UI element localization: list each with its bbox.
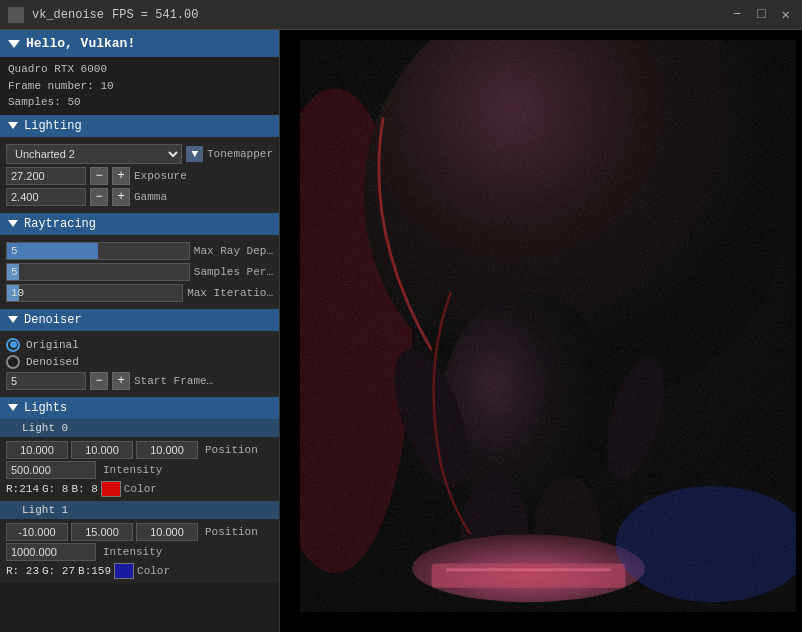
light0-intensity-row: Intensity xyxy=(6,461,273,479)
tonemapper-arrow[interactable]: ▼ xyxy=(186,146,203,162)
samples-per-label: Samples Per… xyxy=(194,266,273,278)
light0-color-chip[interactable] xyxy=(101,481,121,497)
info-section: Quadro RTX 6000 Frame number: 10 Samples… xyxy=(0,57,279,115)
samples-info: Samples: 50 xyxy=(8,94,271,111)
start-frame-label: Start Frame… xyxy=(134,375,213,387)
denoised-radio-row[interactable]: Denoised xyxy=(6,355,273,369)
light1-pos-y[interactable] xyxy=(71,523,133,541)
light1-intensity-label: Intensity xyxy=(103,546,162,558)
tonemapper-label: Tonemapper xyxy=(207,148,273,160)
svg-rect-12 xyxy=(306,40,791,612)
light0-header[interactable]: Light 0 xyxy=(0,419,279,437)
lights-title: Lights xyxy=(24,401,67,415)
exposure-row: − + Exposure xyxy=(6,167,273,185)
max-ray-depth-slider[interactable]: 5 xyxy=(6,242,190,260)
light0-pos-y[interactable] xyxy=(71,441,133,459)
light0-color-label: Color xyxy=(124,483,157,495)
light1-intensity-row: Intensity xyxy=(6,543,273,561)
hello-header[interactable]: Hello, Vulkan! xyxy=(0,30,279,57)
light1-header[interactable]: Light 1 xyxy=(0,501,279,519)
light1-title: Light 1 xyxy=(22,504,68,516)
raytracing-header[interactable]: Raytracing xyxy=(0,213,279,235)
start-frame-minus[interactable]: − xyxy=(90,372,108,390)
denoiser-title: Denoiser xyxy=(24,313,82,327)
left-panel: Hello, Vulkan! Quadro RTX 6000 Frame num… xyxy=(0,30,280,632)
lights-collapse-icon xyxy=(8,404,18,411)
max-ray-depth-value: 5 xyxy=(7,245,18,257)
samples-per-row: 5 Samples Per… xyxy=(6,263,273,281)
light0-color-r: R:214 xyxy=(6,483,39,495)
maximize-button[interactable]: □ xyxy=(753,6,769,23)
gamma-input[interactable] xyxy=(6,188,86,206)
title-bar-left: vk_denoise FPS = 541.00 xyxy=(8,7,198,23)
original-radio[interactable] xyxy=(6,338,20,352)
start-frame-row: − + Start Frame… xyxy=(6,372,273,390)
close-button[interactable]: ✕ xyxy=(778,6,794,23)
lights-header[interactable]: Lights xyxy=(0,397,279,419)
main-layout: Hello, Vulkan! Quadro RTX 6000 Frame num… xyxy=(0,30,802,632)
lighting-content: Uncharted 2 Filmic Linear ▼ Tonemapper −… xyxy=(0,137,279,213)
app-icon xyxy=(8,7,24,23)
denoiser-collapse-icon xyxy=(8,316,18,323)
light0-pos-z[interactable] xyxy=(136,441,198,459)
lighting-title: Lighting xyxy=(24,119,82,133)
light0-color-g: G: 8 xyxy=(42,483,68,495)
gamma-row: − + Gamma xyxy=(6,188,273,206)
original-label: Original xyxy=(26,339,79,351)
light0-pos-x[interactable] xyxy=(6,441,68,459)
gamma-minus[interactable]: − xyxy=(90,188,108,206)
viewport xyxy=(280,30,802,632)
start-frame-plus[interactable]: + xyxy=(112,372,130,390)
denoised-radio[interactable] xyxy=(6,355,20,369)
light1-pos-x[interactable] xyxy=(6,523,68,541)
light1-color-chip[interactable] xyxy=(114,563,134,579)
samples-per-value: 5 xyxy=(7,266,18,278)
max-ray-depth-label: Max Ray Dep… xyxy=(194,245,273,257)
tonemapper-select[interactable]: Uncharted 2 Filmic Linear xyxy=(6,144,182,164)
app-name: vk_denoise xyxy=(32,8,104,22)
start-frame-input[interactable] xyxy=(6,372,86,390)
light0-position-label: Position xyxy=(205,444,258,456)
gpu-info: Quadro RTX 6000 xyxy=(8,61,271,78)
lighting-header[interactable]: Lighting xyxy=(0,115,279,137)
max-iter-label: Max Iteratio… xyxy=(187,287,273,299)
tonemapper-row: Uncharted 2 Filmic Linear ▼ Tonemapper xyxy=(6,144,273,164)
original-radio-fill xyxy=(10,341,17,348)
lighting-collapse-icon xyxy=(8,122,18,129)
lights-content: Light 0 Position Intensity R:214 G: 8 B:… xyxy=(0,419,279,583)
exposure-label: Exposure xyxy=(134,170,187,182)
denoiser-header[interactable]: Denoiser xyxy=(0,309,279,331)
light1-color-b: B:159 xyxy=(78,565,111,577)
light1-intensity[interactable] xyxy=(6,543,96,561)
frame-info: Frame number: 10 xyxy=(8,78,271,95)
title-bar: vk_denoise FPS = 541.00 − □ ✕ xyxy=(0,0,802,30)
exposure-input[interactable] xyxy=(6,167,86,185)
max-ray-depth-row: 5 Max Ray Dep… xyxy=(6,242,273,260)
light0-color-row: R:214 G: 8 B: 8 Color xyxy=(6,481,273,497)
gamma-label: Gamma xyxy=(134,191,167,203)
original-radio-row[interactable]: Original xyxy=(6,338,273,352)
light0-color-b: B: 8 xyxy=(71,483,97,495)
scene-render xyxy=(300,40,796,612)
light1-pos-z[interactable] xyxy=(136,523,198,541)
raytracing-title: Raytracing xyxy=(24,217,96,231)
title-controls: − □ ✕ xyxy=(729,6,794,23)
light0-content: Position Intensity R:214 G: 8 B: 8 Color xyxy=(0,437,279,501)
light0-title: Light 0 xyxy=(22,422,68,434)
light1-color-label: Color xyxy=(137,565,170,577)
light0-intensity[interactable] xyxy=(6,461,96,479)
light0-position-row: Position xyxy=(6,441,273,459)
hello-title: Hello, Vulkan! xyxy=(26,36,135,51)
light1-position-label: Position xyxy=(205,526,258,538)
minimize-button[interactable]: − xyxy=(729,6,745,23)
max-iter-slider[interactable]: 10 xyxy=(6,284,183,302)
light1-content: Position Intensity R: 23 G: 27 B:159 Col… xyxy=(0,519,279,583)
exposure-plus[interactable]: + xyxy=(112,167,130,185)
gamma-plus[interactable]: + xyxy=(112,188,130,206)
max-ray-depth-fill xyxy=(7,243,98,259)
samples-per-slider[interactable]: 5 xyxy=(6,263,190,281)
raytracing-content: 5 Max Ray Dep… 5 Samples Per… 10 Max Ite… xyxy=(0,235,279,309)
light1-color-r: R: 23 xyxy=(6,565,39,577)
exposure-minus[interactable]: − xyxy=(90,167,108,185)
light1-color-row: R: 23 G: 27 B:159 Color xyxy=(6,563,273,579)
